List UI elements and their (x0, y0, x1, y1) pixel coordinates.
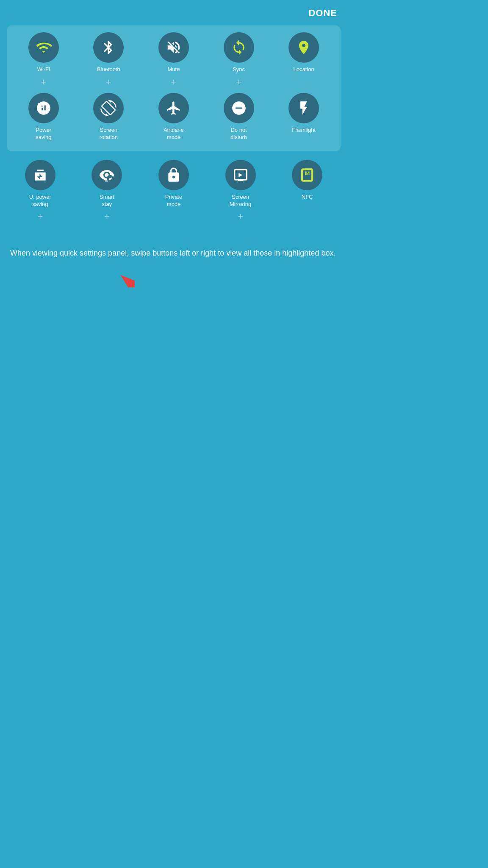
sync-icon-circle (224, 32, 254, 63)
flashlight-icon (296, 100, 312, 116)
nfc-label: NFC (302, 194, 313, 201)
bluetooth-label: Bluetooth (97, 66, 120, 73)
quick-settings-panel: Wi-Fi Bluetooth Mute (7, 25, 341, 151)
do-not-disturb-icon (231, 100, 247, 116)
power-saving-custom-icon (36, 100, 52, 116)
u-power-saving-tile[interactable]: U. powersaving (7, 160, 74, 208)
screen-mirroring-tile[interactable]: ScreenMirroring (207, 160, 274, 208)
power-saving-label: Powersaving (36, 127, 52, 141)
screen-rotation-icon (100, 100, 116, 116)
private-mode-label: Privatemode (165, 194, 182, 208)
flashlight-label: Flashlight (292, 127, 316, 134)
smart-stay-label: Smartstay (100, 194, 114, 208)
screen-mirroring-icon-circle (225, 160, 256, 190)
wifi-icon-circle (28, 32, 59, 63)
red-arrow-svg (119, 271, 135, 287)
wifi-icon (36, 39, 52, 56)
flashlight-icon-circle (288, 93, 319, 123)
sync-tile[interactable]: Sync (206, 32, 272, 73)
private-mode-tile[interactable]: Privatemode (140, 160, 207, 208)
panel-row-1: Wi-Fi Bluetooth Mute (11, 32, 336, 73)
screen-mirroring-label: ScreenMirroring (230, 194, 251, 208)
u-power-saving-icon (32, 167, 48, 183)
nfc-tile[interactable]: NFC (274, 160, 341, 201)
power-saving-tile[interactable]: Powersaving (11, 93, 76, 141)
panel-row-2: Powersaving Screenrotation Airplanemode (11, 93, 336, 141)
screen-mirroring-icon (233, 167, 249, 183)
plus-1[interactable]: + (11, 77, 76, 88)
smart-stay-icon-circle (92, 160, 122, 190)
private-mode-icon (166, 167, 182, 183)
sync-label: Sync (233, 66, 245, 73)
plus-3[interactable]: + (141, 77, 206, 88)
do-not-disturb-label: Do notdisturb (230, 127, 247, 141)
plus-bottom-1[interactable]: + (7, 211, 74, 222)
location-tile[interactable]: Location (271, 32, 336, 73)
plus-bottom-2[interactable]: + (74, 211, 141, 222)
plus-4[interactable]: + (206, 77, 272, 88)
smart-stay-icon (99, 167, 115, 183)
plus-bottom-3 (140, 211, 207, 222)
instruction-text: When viewing quick settings panel, swipe… (10, 248, 337, 259)
bluetooth-icon (100, 39, 116, 56)
do-not-disturb-icon-circle (224, 93, 254, 123)
done-button[interactable]: DONE (308, 8, 337, 19)
plus-row-1: + + + + (11, 77, 336, 88)
bottom-quick-settings-row: U. powersaving Smartstay Privatemode (7, 160, 341, 208)
u-power-saving-label: U. powersaving (29, 194, 51, 208)
nfc-icon (299, 167, 315, 183)
location-label: Location (294, 66, 314, 73)
arrow-annotation (119, 271, 212, 348)
do-not-disturb-tile[interactable]: Do notdisturb (206, 93, 272, 141)
bluetooth-icon-circle (93, 32, 124, 63)
screen-rotation-tile[interactable]: Screenrotation (76, 93, 141, 141)
power-saving-icon-circle (28, 93, 59, 123)
smart-stay-tile[interactable]: Smartstay (74, 160, 141, 208)
plus-bottom-4[interactable]: + (207, 211, 274, 222)
location-icon (296, 39, 312, 56)
airplane-icon-circle (158, 93, 189, 123)
airplane-icon (166, 100, 182, 116)
mute-tile[interactable]: Mute (141, 32, 206, 73)
u-power-saving-icon-circle (25, 160, 55, 190)
flashlight-tile[interactable]: Flashlight (271, 93, 336, 134)
wifi-label: Wi-Fi (37, 66, 50, 73)
mute-label: Mute (168, 66, 180, 73)
wifi-tile[interactable]: Wi-Fi (11, 32, 76, 73)
airplane-mode-tile[interactable]: Airplanemode (141, 93, 206, 141)
plus-bottom-5 (274, 211, 341, 222)
mute-icon (166, 39, 182, 56)
mute-icon-circle (158, 32, 189, 63)
plus-2[interactable]: + (76, 77, 141, 88)
screen-rotation-label: Screenrotation (100, 127, 118, 141)
private-mode-icon-circle (158, 160, 189, 190)
airplane-mode-label: Airplanemode (164, 127, 184, 141)
screen-rotation-icon-circle (93, 93, 124, 123)
sync-icon (231, 39, 247, 56)
svg-rect-1 (47, 105, 49, 109)
nfc-icon-circle (292, 160, 322, 190)
location-icon-circle (288, 32, 319, 63)
plus-row-bottom: + + + (7, 211, 341, 222)
bluetooth-tile[interactable]: Bluetooth (76, 32, 141, 73)
